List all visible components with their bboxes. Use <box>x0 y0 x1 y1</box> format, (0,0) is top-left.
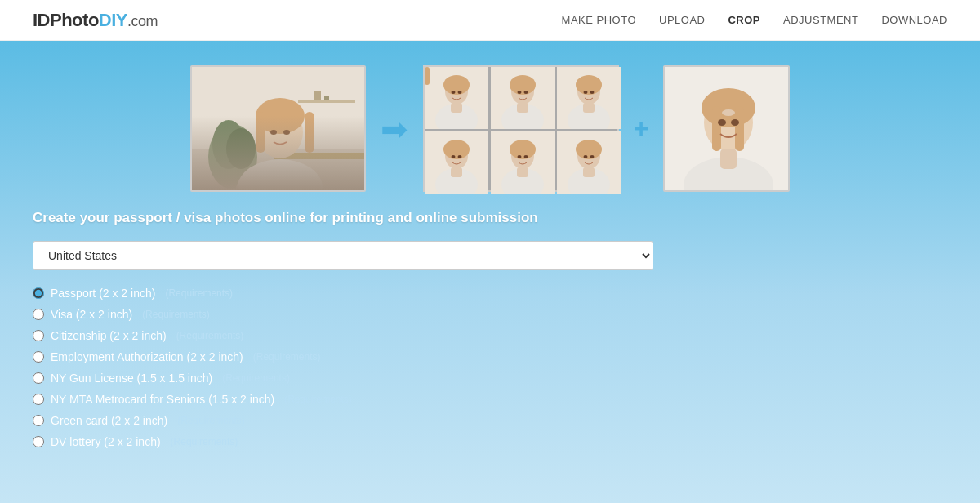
svg-point-32 <box>523 91 528 94</box>
photo-type-req-green-card[interactable]: (Requirements) <box>177 415 245 426</box>
svg-rect-64 <box>712 106 721 151</box>
svg-rect-51 <box>517 167 528 177</box>
svg-point-6 <box>212 120 245 169</box>
svg-point-53 <box>523 155 528 158</box>
radio-mta[interactable] <box>33 394 44 405</box>
svg-point-49 <box>510 140 536 159</box>
svg-rect-3 <box>314 91 321 100</box>
photo-type-req-visa[interactable]: (Requirements) <box>142 309 210 320</box>
photo-type-item-green-card: Green card (2 x 2 inch)(Requirements) <box>33 414 947 427</box>
hero-single-photo <box>663 65 790 192</box>
svg-rect-15 <box>305 112 314 153</box>
svg-point-46 <box>457 155 461 158</box>
photo-type-req-employment[interactable]: (Requirements) <box>253 351 321 363</box>
svg-rect-2 <box>298 100 355 103</box>
grid-photo-2 <box>491 67 555 129</box>
svg-point-24 <box>451 91 455 94</box>
grid-photo-4 <box>425 131 488 194</box>
svg-rect-8 <box>274 153 366 159</box>
photo-type-item-passport: Passport (2 x 2 inch)(Requirements) <box>33 287 947 300</box>
logo-text-idphoto: IDPhoto <box>33 10 99 30</box>
svg-point-13 <box>256 98 305 134</box>
photo-type-req-mta[interactable]: (Requirements) <box>284 394 352 405</box>
hero-original-photo <box>190 65 366 192</box>
main-content: ➡ <box>0 41 980 503</box>
svg-point-9 <box>235 161 325 192</box>
country-select[interactable]: United StatesUnited KingdomCanadaAustral… <box>33 241 653 270</box>
svg-rect-44 <box>451 167 462 177</box>
svg-rect-11 <box>274 139 287 155</box>
svg-point-5 <box>208 124 257 189</box>
hero-section: ➡ <box>33 65 947 192</box>
logo: IDPhotoDIY.com <box>33 10 158 31</box>
nav-item-make-photo[interactable]: MAKE PHOTO <box>562 14 636 26</box>
svg-point-52 <box>517 155 521 158</box>
photo-type-req-citizenship[interactable]: (Requirements) <box>176 330 244 341</box>
photo-type-item-employment: Employment Authorization (2 x 2 inch)(Re… <box>33 350 947 363</box>
photo-type-req-passport[interactable]: (Requirements) <box>165 287 233 299</box>
main-nav: MAKE PHOTOUPLOADCROPADJUSTMENTDOWNLOAD <box>562 14 947 26</box>
photo-type-item-dv-lottery: DV lottery (2 x 2 inch)(Requirements) <box>33 435 947 448</box>
svg-point-45 <box>451 155 455 158</box>
photo-type-label-green-card: Green card (2 x 2 inch) <box>51 414 167 427</box>
svg-point-10 <box>238 159 323 192</box>
photo-type-label-visa: Visa (2 x 2 inch) <box>51 308 132 321</box>
svg-point-60 <box>590 155 594 158</box>
radio-citizenship[interactable] <box>33 330 44 341</box>
radio-employment[interactable] <box>33 351 44 363</box>
photo-type-req-dv-lottery[interactable]: (Requirements) <box>171 436 238 447</box>
photo-type-item-citizenship: Citizenship (2 x 2 inch)(Requirements) <box>33 329 947 342</box>
svg-point-70 <box>722 109 735 116</box>
photo-type-label-dv-lottery: DV lottery (2 x 2 inch) <box>51 435 161 448</box>
photo-type-item-mta: NY MTA Metrocard for Seniors (1.5 x 2 in… <box>33 393 947 406</box>
nav-item-upload[interactable]: UPLOAD <box>659 14 705 26</box>
svg-rect-67 <box>720 149 737 169</box>
radio-visa[interactable] <box>33 309 44 320</box>
single-photo-svg <box>665 67 790 192</box>
svg-point-17 <box>283 130 290 135</box>
photo-type-item-gun-license: NY Gun License (1.5 x 1.5 inch)(Requirem… <box>33 372 947 385</box>
svg-point-31 <box>517 91 521 94</box>
svg-point-42 <box>443 140 470 159</box>
svg-point-20 <box>443 75 470 95</box>
svg-point-16 <box>270 130 277 135</box>
grid-photo-5 <box>491 131 555 194</box>
svg-rect-30 <box>517 103 528 113</box>
svg-point-56 <box>576 140 602 159</box>
logo-diy: DIY <box>99 10 127 30</box>
radio-dv-lottery[interactable] <box>33 436 44 447</box>
svg-rect-4 <box>324 96 329 100</box>
svg-rect-14 <box>256 112 265 153</box>
svg-point-63 <box>702 88 755 127</box>
svg-point-25 <box>457 91 461 94</box>
nav-item-download[interactable]: DOWNLOAD <box>881 14 947 26</box>
headline: Create your passport / visa photos onlin… <box>33 210 947 226</box>
logo-dotcom: .com <box>127 13 158 29</box>
photo-type-list: Passport (2 x 2 inch)(Requirements)Visa … <box>33 287 947 448</box>
arrow-icon: ➡ <box>381 110 408 148</box>
radio-green-card[interactable] <box>33 415 44 426</box>
grid-photo-1 <box>425 67 488 129</box>
radio-gun-license[interactable] <box>33 372 44 384</box>
original-photo-svg <box>192 67 366 192</box>
header: IDPhotoDIY.com MAKE PHOTOUPLOADCROPADJUS… <box>0 0 980 41</box>
svg-point-68 <box>718 119 726 126</box>
photo-bg <box>192 67 364 190</box>
hero-photo-grid <box>423 65 619 192</box>
nav-item-crop[interactable]: CROP <box>728 14 760 26</box>
photo-type-item-visa: Visa (2 x 2 inch)(Requirements) <box>33 308 947 321</box>
svg-point-7 <box>226 128 256 169</box>
svg-point-28 <box>510 75 536 95</box>
photo-type-label-gun-license: NY Gun License (1.5 x 1.5 inch) <box>51 372 212 385</box>
svg-point-39 <box>590 91 594 94</box>
plus-icon: + <box>634 114 649 144</box>
photo-type-req-gun-license[interactable]: (Requirements) <box>222 372 290 384</box>
svg-rect-21 <box>425 67 430 85</box>
photo-type-label-passport: Passport (2 x 2 inch) <box>51 287 155 300</box>
svg-rect-65 <box>735 106 744 151</box>
nav-item-adjustment[interactable]: ADJUSTMENT <box>783 14 858 26</box>
radio-passport[interactable] <box>33 287 44 299</box>
photo-type-label-mta: NY MTA Metrocard for Seniors (1.5 x 2 in… <box>51 393 274 406</box>
photo-type-label-citizenship: Citizenship (2 x 2 inch) <box>51 329 167 342</box>
svg-point-69 <box>731 119 739 126</box>
